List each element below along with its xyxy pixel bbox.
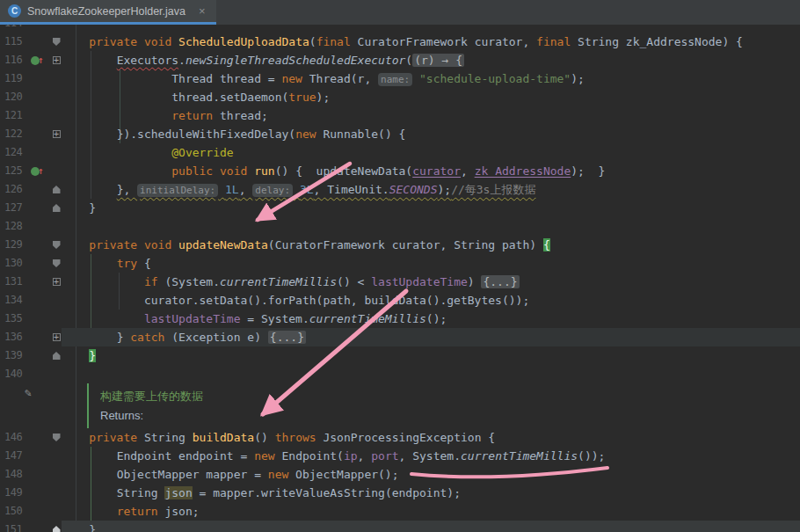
code-line[interactable]: 125↑ public void run() { updateNewData(c… <box>0 162 800 180</box>
line-number[interactable]: 116 <box>0 51 31 69</box>
code-token: port <box>371 449 398 463</box>
line-number[interactable]: 121 <box>0 106 31 125</box>
fold-marker-start[interactable] <box>53 241 61 249</box>
code-token: lastUpdateTime <box>144 312 241 325</box>
code-token: buildData <box>193 431 254 444</box>
code-line[interactable]: 114 <box>0 25 800 33</box>
code-line[interactable]: 119 Thread thread = new Thread(r, name: … <box>0 69 800 88</box>
code-line[interactable]: 115 private void ScheduledUploadData(fin… <box>0 33 800 51</box>
line-number[interactable]: 130 <box>0 254 31 273</box>
line-number[interactable]: 146 <box>0 428 31 447</box>
line-number[interactable]: 148 <box>0 465 31 484</box>
code-line[interactable]: 139 } <box>0 346 800 365</box>
fold-marker-start[interactable] <box>53 434 61 441</box>
code-token: private <box>89 431 137 444</box>
fold-marker-plus[interactable]: + <box>53 130 61 138</box>
code-line[interactable]: 140 <box>0 365 800 383</box>
line-number[interactable]: 136 <box>0 328 31 346</box>
code-token: final <box>316 35 351 48</box>
code-line[interactable]: 128 <box>0 217 800 236</box>
code-token: , System. <box>399 449 461 463</box>
line-number[interactable]: 127 <box>0 199 31 217</box>
code-line[interactable]: 151 } <box>0 521 800 532</box>
code-token: { <box>543 238 550 251</box>
line-number[interactable]: 128 <box>0 217 31 236</box>
code-token: 3L <box>300 183 314 196</box>
line-number[interactable]: 124 <box>0 143 31 162</box>
edit-comment-pencil-icon[interactable]: ✎ <box>25 386 32 399</box>
line-number[interactable]: 131 <box>0 273 31 291</box>
line-number[interactable]: 115 <box>0 33 31 51</box>
line-number[interactable]: 125 <box>0 162 31 180</box>
code-token: if <box>144 275 158 288</box>
code-token: private <box>89 238 137 251</box>
code-token: } <box>89 201 96 215</box>
code-token: @Override <box>171 146 233 159</box>
line-number[interactable]: 135 <box>0 310 31 328</box>
fold-marker-plus[interactable]: + <box>53 333 61 341</box>
code-line[interactable]: 136+ } catch (Exception e) {...} <box>0 328 800 346</box>
code-line[interactable]: 146 private String buildData() throws Js… <box>0 428 800 447</box>
line-number[interactable]: 119 <box>0 69 31 88</box>
line-number[interactable]: 150 <box>0 502 31 521</box>
doc-returns-label: Returns: <box>100 406 203 426</box>
code-token: ); } <box>571 164 605 178</box>
code-line[interactable]: 131+ if (System.currentTimeMillis() < la… <box>0 273 800 291</box>
fold-marker-end[interactable] <box>53 352 61 360</box>
line-number[interactable]: 120 <box>0 88 31 106</box>
line-number[interactable]: 129 <box>0 236 31 254</box>
code-token: ( <box>309 35 316 48</box>
tab-close-icon[interactable]: × <box>199 4 206 18</box>
line-number[interactable]: 149 <box>0 484 31 502</box>
code-token: (Exception e) <box>164 331 267 344</box>
code-token: JsonProcessingException { <box>316 431 496 444</box>
code-line[interactable]: 127 } <box>0 199 800 217</box>
code-token: new <box>254 449 274 463</box>
code-token: }, <box>117 183 137 196</box>
code-line[interactable]: 150 return json; <box>0 502 800 521</box>
fold-marker-end[interactable] <box>53 526 61 532</box>
override-gutter-icon[interactable]: ↑ <box>31 167 44 176</box>
line-number[interactable]: 147 <box>0 447 31 465</box>
fold-marker-end[interactable] <box>53 204 61 212</box>
line-number[interactable]: 122 <box>0 125 31 143</box>
editor-tab[interactable]: C SnowflakeZookeeperHolder.java × <box>0 0 216 25</box>
fold-marker-start[interactable] <box>53 38 61 46</box>
code-line[interactable]: 129 private void updateNewData(CuratorFr… <box>0 236 800 254</box>
code-line[interactable]: 148 ObjectMapper mapper = new ObjectMapp… <box>0 465 800 484</box>
line-number[interactable]: 139 <box>0 346 31 365</box>
code-line[interactable]: 135 lastUpdateTime = System.currentTimeM… <box>0 310 800 328</box>
line-number[interactable]: 151 <box>0 521 31 532</box>
fold-marker-start[interactable] <box>53 259 61 267</box>
code-line[interactable]: 116↑+ Executors.newSingleThreadScheduled… <box>0 51 800 69</box>
code-line[interactable]: 124 @Override <box>0 143 800 162</box>
code-line[interactable]: 147 Endpoint endpoint = new Endpoint(ip,… <box>0 447 800 465</box>
code-line[interactable]: 122+ }).scheduleWithFixedDelay(new Runna… <box>0 125 800 143</box>
line-number[interactable]: 126 <box>0 180 31 199</box>
code-line[interactable]: 149 String json = mapper.writeValueAsStr… <box>0 484 800 502</box>
code-line[interactable]: 126 }, initialDelay: 1L, delay: 3L, Time… <box>0 180 800 199</box>
code-line[interactable]: 130 try { <box>0 254 800 273</box>
code-token: ip <box>344 449 358 463</box>
tab-title: SnowflakeZookeeperHolder.java <box>27 5 185 18</box>
doc-comment-text: 构建需要上传的数据 <box>100 387 203 406</box>
code-token <box>218 183 225 196</box>
line-number[interactable]: 114 <box>0 25 31 33</box>
code-token: void <box>220 164 247 178</box>
fold-marker-plus[interactable]: + <box>53 56 61 64</box>
code-token: catch <box>130 331 164 344</box>
line-number[interactable]: 134 <box>0 291 31 310</box>
code-token: curator.setData().forPath(path, buildDat… <box>144 294 529 307</box>
code-token: //每3s上报数据 <box>451 183 535 196</box>
code-token: , TimeUnit. <box>314 183 389 196</box>
fold-marker-plus[interactable]: + <box>53 278 61 286</box>
code-token: updateNewData <box>178 238 268 251</box>
code-line[interactable]: 134 curator.setData().forPath(path, buil… <box>0 291 800 310</box>
override-gutter-icon[interactable]: ↑ <box>31 56 44 65</box>
code-token: new <box>281 72 302 85</box>
code-line[interactable]: 121 return thread; <box>0 106 800 125</box>
code-line[interactable]: 120 thread.setDaemon(true); <box>0 88 800 106</box>
code-token: newSingleThreadScheduledExecutor <box>185 54 405 67</box>
line-number[interactable]: 140 <box>0 365 31 383</box>
fold-marker-end[interactable] <box>53 186 61 193</box>
